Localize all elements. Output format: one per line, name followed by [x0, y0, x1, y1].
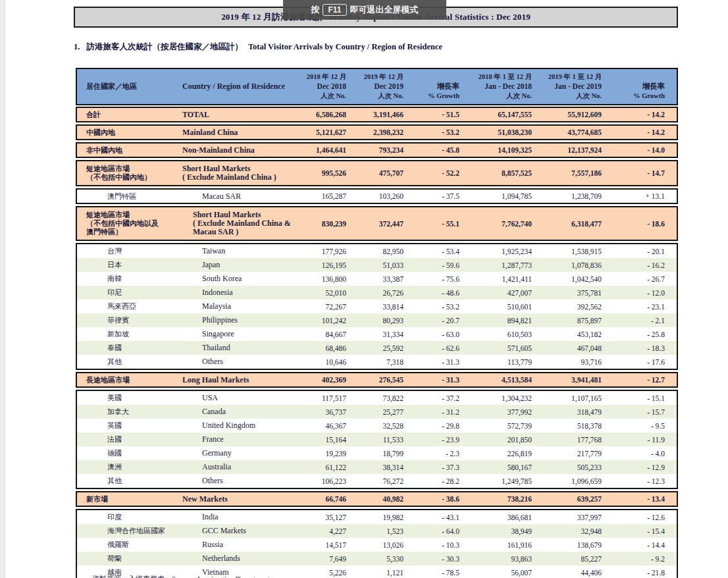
row-label-en: TOTAL: [176, 111, 301, 119]
cell-growth-month: - 53.2: [414, 303, 463, 311]
cell-dec-2019: 82,950: [357, 248, 414, 255]
cell-jan-dec-2018: 65,147,555: [463, 111, 542, 118]
col-header-dec-2018: 2018 年 12 月Dec 2018人次 No.: [301, 69, 357, 104]
cell-jan-dec-2018: 427,007: [463, 289, 542, 297]
cell-jan-dec-2019: 177,768: [542, 436, 612, 444]
cell-jan-dec-2018: 894,821: [463, 317, 542, 325]
cell-dec-2019: 76,272: [357, 477, 414, 485]
cell-growth-month: - 37.5: [414, 192, 463, 200]
row-label-en: Short Haul Markets( Exclude Mainland Chi…: [176, 165, 301, 182]
cell-growth-month: - 45.8: [414, 146, 463, 154]
cell-growth-year: - 12.9: [612, 463, 677, 471]
cell-jan-dec-2019: 318,479: [542, 408, 612, 416]
row-label-en: Thailand: [176, 344, 301, 352]
row-label-zh: 馬來西亞: [77, 302, 176, 311]
table-row: 新市場New Markets66,74640,982- 38.6738,2166…: [76, 491, 678, 507]
row-label-zh: 其他: [77, 477, 176, 485]
row-label-zh: 印尼: [77, 288, 176, 297]
cell-jan-dec-2018: 161,916: [463, 541, 542, 549]
cell-growth-year: - 4.0: [612, 450, 677, 458]
cell-jan-dec-2019: 43,774,685: [542, 128, 612, 136]
cell-growth-month: - 20.7: [414, 317, 463, 325]
cell-dec-2018: 6,586,268: [301, 111, 357, 118]
cell-growth-month: - 2.3: [414, 450, 463, 458]
cell-jan-dec-2019: 375,781: [542, 289, 612, 297]
row-label-zh: 海灣合作地區國家: [77, 527, 176, 535]
cell-growth-month: - 59.6: [414, 261, 463, 269]
row-label-zh: 新加坡: [77, 330, 176, 338]
cell-dec-2019: 38,314: [357, 463, 414, 471]
cell-dec-2019: 19,982: [357, 513, 414, 521]
row-label-en: India: [176, 513, 301, 521]
cell-jan-dec-2019: 1,538,915: [542, 248, 612, 255]
row-label-en: United Kingdom: [176, 421, 301, 430]
cell-growth-year: - 23.1: [612, 303, 677, 311]
cell-jan-dec-2018: 14,109,325: [463, 146, 542, 154]
table-row: 台灣Taiwan177,92682,950- 53.41,925,2341,53…: [77, 244, 677, 258]
cell-growth-month: - 31.3: [414, 376, 463, 384]
cell-dec-2019: 33,387: [357, 275, 414, 283]
cell-dec-2019: 11,533: [357, 436, 414, 444]
toast-text-suffix: 即可退出全屏模式: [350, 4, 419, 16]
col-header-jan-dec-2018: 2018 年 1 至 12 月Jan - Dec 2018人次 No.: [463, 69, 542, 104]
table-row: 英國United Kingdom46,36732,528- 29.8572,73…: [77, 419, 677, 433]
cell-growth-month: - 30.3: [414, 555, 463, 563]
cell-jan-dec-2018: 1,249,785: [463, 477, 542, 485]
cell-growth-month: - 51.5: [414, 111, 463, 118]
cell-growth-month: - 62.6: [414, 344, 463, 352]
row-label-zh: 印度: [77, 513, 176, 521]
table-row: 馬來西亞Malaysia72,26733,814- 53.2510,601392…: [77, 300, 677, 313]
cell-growth-month: - 37.3: [414, 463, 463, 471]
cell-dec-2019: 40,982: [357, 495, 414, 503]
cell-growth-month: - 29.8: [414, 422, 463, 430]
cell-jan-dec-2019: 1,096,659: [542, 477, 612, 485]
table-row: 南韓South Korea136,80033,387- 75.61,421,41…: [77, 272, 677, 286]
cell-growth-year: - 21.8: [612, 569, 677, 577]
cell-dec-2018: 4,227: [301, 527, 357, 535]
row-label-zh: 短途地區市場（不包括中國內地以及澳門特區）: [77, 211, 176, 236]
row-label-en: Canada: [176, 407, 301, 416]
cell-growth-year: - 16.2: [612, 261, 677, 269]
table-row: 澳洲Australia61,12238,314- 37.3580,167505,…: [77, 460, 677, 474]
table-row: 短途地區市場（不包括中國內地以及澳門特區）Short Haul Markets(…: [76, 206, 678, 241]
cell-dec-2019: 31,334: [357, 330, 414, 338]
cell-dec-2019: 5,330: [357, 555, 414, 563]
cell-dec-2019: 25,592: [357, 344, 414, 352]
cell-growth-year: - 12.0: [612, 289, 677, 297]
cell-growth-year: - 9.2: [612, 555, 677, 563]
cell-jan-dec-2018: 610,503: [463, 330, 542, 338]
cell-growth-year: - 11.9: [612, 436, 677, 444]
cell-jan-dec-2018: 1,304,232: [463, 394, 542, 402]
row-label-en: Russia: [176, 540, 301, 549]
cell-growth-year: - 14.2: [612, 128, 677, 136]
cell-growth-year: - 9.5: [612, 422, 677, 430]
page: 2019 年 12 月訪港旅客統計 Monthly Report - Visit…: [0, 0, 728, 578]
col-header-growth-month: 增長率% Growth: [414, 69, 463, 104]
row-label-zh: 英國: [77, 421, 176, 430]
cell-growth-year: - 2.1: [612, 317, 677, 325]
cell-growth-year: - 15.4: [612, 527, 677, 535]
cell-jan-dec-2018: 738,216: [463, 495, 542, 503]
cell-growth-year: - 18.3: [612, 344, 677, 352]
cell-dec-2019: 7,318: [357, 358, 414, 366]
cell-growth-year: - 12.6: [612, 513, 677, 521]
table-row: 加拿大Canada36,73725,277- 31.2377,992318,47…: [77, 405, 677, 419]
cell-dec-2018: 84,667: [301, 330, 357, 338]
cell-dec-2018: 7,649: [301, 555, 357, 563]
cell-jan-dec-2019: 392,562: [542, 303, 612, 311]
table-row: 短途地區市場（不包括中國內地）Short Haul Markets( Exclu…: [76, 160, 678, 186]
table-row: 合計TOTAL6,586,2683,191,466- 51.565,147,55…: [76, 107, 678, 122]
row-label-zh: 澳洲: [77, 463, 176, 471]
cell-growth-month: - 31.3: [414, 358, 463, 366]
cell-dec-2018: 402,369: [301, 376, 357, 384]
row-label-zh: 中國內地: [77, 128, 176, 137]
table-row: 俄羅斯Russia14,51713,026- 10.3161,916138,67…: [77, 538, 677, 552]
cell-dec-2018: 36,737: [301, 408, 357, 416]
row-label-en: Long Haul Markets: [176, 376, 301, 384]
cell-growth-month: - 10.3: [414, 541, 463, 549]
cell-jan-dec-2019: 518,378: [542, 422, 612, 430]
cell-jan-dec-2018: 1,421,411: [463, 275, 542, 283]
table-row: 泰國Thailand68,48625,592- 62.6571,605467,0…: [77, 341, 677, 355]
cell-dec-2019: 276,545: [357, 376, 414, 384]
cell-jan-dec-2018: 226,819: [463, 450, 542, 458]
